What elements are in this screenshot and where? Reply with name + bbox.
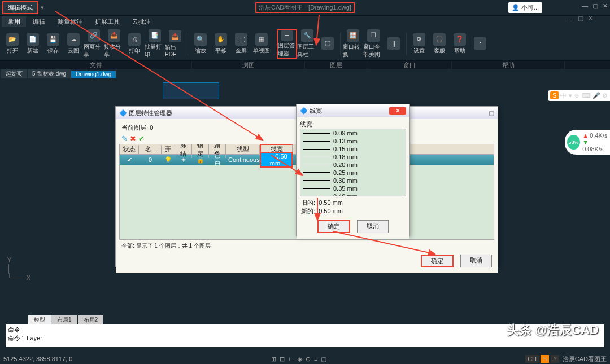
lineweight-option[interactable]: 0.35 mm (300, 185, 406, 192)
lineweight-cell[interactable]: — 0.50 mm (260, 152, 293, 168)
drawing-rectangle[interactable] (163, 82, 219, 99)
ribbon-单视图[interactable]: ▦单视图 (251, 29, 272, 59)
layer-ok-button[interactable]: 确定 (421, 255, 454, 267)
ribbon-网页分享[interactable]: 🔗网页分享 (84, 29, 104, 59)
lineweight-option[interactable]: 0.18 mm (300, 153, 406, 161)
ribbon-窗口转换[interactable]: 🪟窗口转换 (343, 29, 363, 59)
watermark: 头条 @浩辰CAD (507, 322, 599, 339)
status-icon[interactable]: ▢ (321, 356, 326, 363)
status-icon[interactable]: ⊕ (306, 356, 311, 363)
inner-restore-icon[interactable]: ▢ (578, 15, 583, 22)
layer-dialog-close-icon[interactable]: ▢ (489, 109, 494, 117)
lineweight-option[interactable]: 0.13 mm (300, 137, 406, 145)
ribbon-icon: 🔧 (301, 29, 313, 42)
col-on[interactable]: 开 (162, 145, 175, 154)
ribbon-icon: || (387, 37, 400, 50)
user-badge[interactable]: 👤 小可... (508, 2, 542, 13)
inner-close-icon[interactable]: ✕ (588, 15, 593, 22)
ribbon-icon: ❓ (454, 33, 466, 46)
new-layer-icon[interactable]: ✎ (121, 134, 128, 143)
col-name[interactable]: 名.. (139, 145, 162, 154)
col-linetype[interactable]: 线型 (226, 145, 260, 154)
menu-tab[interactable]: 编辑 (27, 16, 51, 27)
ribbon-icon: ❐ (367, 29, 380, 42)
lineweight-option[interactable]: 0.30 mm (300, 177, 406, 185)
delete-layer-icon[interactable]: ✖ (130, 134, 136, 143)
speed-widget[interactable]: 58% ▲ 0.4K/s▼ 0.08K/s (565, 130, 610, 155)
lw-cancel-button[interactable]: 取消 (357, 220, 389, 233)
ribbon-icon: 📑 (149, 29, 161, 42)
ribbon-group-label: 图层 (305, 61, 367, 69)
status-icon[interactable]: ∟ (288, 356, 294, 363)
ribbon-btn[interactable]: || (384, 29, 404, 59)
ribbon-全屏[interactable]: ⛶全屏 (231, 29, 251, 59)
ribbon-客服[interactable]: 🎧客服 (429, 29, 450, 59)
ime-widget[interactable]: S 中 ▾ ☺ ⌨ 🎤 ⚙ (548, 90, 610, 101)
layer-footer: 全部: 显示了 1 个图层，共 1 个图层 (119, 240, 494, 252)
menu-tab[interactable]: 测量标注 (52, 16, 88, 27)
status-icon[interactable]: ≡ (314, 356, 317, 363)
menu-tab[interactable]: 扩展工具 (89, 16, 125, 27)
status-icon[interactable]: ⊡ (280, 356, 285, 363)
ribbon-icon: 🎧 (433, 33, 446, 46)
lineweight-option[interactable]: 0.40 mm (300, 192, 406, 196)
coords: 5125.4322, 3858.8117, 0 (3, 356, 72, 362)
lineweight-option[interactable]: 0.25 mm (300, 169, 406, 177)
ribbon-缩放[interactable]: 🔍缩放 (190, 29, 211, 59)
model-tab[interactable]: 布局1 (51, 315, 77, 324)
ribbon-输出PDF[interactable]: 📤输出PDF (165, 29, 185, 59)
ribbon-设置[interactable]: ⚙设置 (409, 29, 429, 59)
lineweight-option[interactable]: 0.15 mm (300, 145, 406, 153)
ribbon-新建[interactable]: 📄新建 (23, 29, 43, 59)
status-icon[interactable]: ⊞ (271, 356, 276, 363)
ribbon-保存[interactable]: 💾保存 (43, 29, 63, 59)
status-bar: 5125.4322, 3858.8117, 0 ⊞ ⊡ ∟ ◈ ⊕ ≡ ▢ CH… (0, 354, 610, 364)
maximize-icon[interactable]: ▢ (592, 2, 598, 10)
lineweight-dialog: 🔷 线宽 ✕ 线宽: 0.09 mm0.13 mm0.15 mm0.18 mm0… (296, 104, 410, 236)
close-icon[interactable]: ✕ (603, 2, 608, 10)
lw-dialog-title[interactable]: 🔷 线宽 ✕ (297, 104, 409, 117)
model-tab[interactable]: 布局2 (78, 315, 104, 324)
set-current-icon[interactable]: ✔ (138, 134, 145, 143)
lw-label: 线宽: (300, 120, 406, 129)
ribbon-接收分享[interactable]: 📥接收分享 (104, 29, 124, 59)
doc-tab[interactable]: Drawing1.dwg (71, 71, 116, 78)
menu-tab[interactable]: 常用 (2, 16, 26, 27)
ribbon-图层工具栏[interactable]: 🔧图层工具栏 (297, 29, 317, 59)
doc-tab[interactable]: 5-型材表.dwg (28, 69, 71, 78)
lw-ok-button[interactable]: 确定 (317, 220, 350, 233)
ribbon-打开[interactable]: 📂打开 (2, 29, 23, 59)
ribbon-平移[interactable]: ✋平移 (211, 29, 231, 59)
layer-cancel-button[interactable]: 取消 (460, 255, 492, 267)
status-icon[interactable]: ◈ (298, 356, 302, 363)
ribbon-icon: 📤 (169, 30, 181, 42)
edit-mode-badge[interactable]: 编辑模式 (2, 1, 38, 14)
ribbon-帮助[interactable]: ❓帮助 (450, 29, 470, 59)
ribbon-icon: ☁ (67, 33, 80, 46)
ribbon-icon: ▦ (255, 33, 268, 46)
drawing-canvas[interactable]: Y│└── X 🔷 图层特性管理器 ▢ 当前图层: 0 ✎ ✖ ✔ 状态 名..… (0, 79, 610, 316)
ribbon-窗口全部关闭[interactable]: ❐窗口全部关闭 (363, 29, 384, 59)
window-title: 浩辰CAD看图王 - [Drawing1.dwg] (255, 2, 355, 13)
ribbon-icon: 📄 (27, 33, 39, 46)
col-state[interactable]: 状态 (120, 145, 139, 154)
minimize-icon[interactable]: — (582, 2, 588, 10)
lineweight-option[interactable]: 0.09 mm (300, 129, 406, 137)
ribbon-打印[interactable]: 🖨打印 (124, 29, 145, 59)
lw-dialog-close-icon[interactable]: ✕ (389, 107, 406, 115)
doc-tab[interactable]: 起始页 (1, 69, 27, 78)
lineweight-list[interactable]: 0.09 mm0.13 mm0.15 mm0.18 mm0.20 mm0.25 … (300, 129, 406, 196)
ribbon-icon: ⋮ (474, 37, 486, 50)
ribbon-批量打印[interactable]: 📑批量打印 (145, 29, 165, 59)
ribbon-icon: 📥 (108, 29, 120, 42)
ribbon-icon: 🔍 (194, 33, 207, 46)
ribbon-btn[interactable]: ⬚ (317, 29, 338, 59)
ribbon-图层管理器[interactable]: ☰图层管理器 (277, 29, 297, 59)
ribbon-btn[interactable]: ⋮ (470, 29, 490, 59)
lineweight-option[interactable]: 0.20 mm (300, 161, 406, 169)
inner-minimize-icon[interactable]: — (567, 15, 573, 22)
ribbon-云图[interactable]: ☁云图 (63, 29, 84, 59)
document-tabs: 起始页5-型材表.dwgDrawing1.dwg (0, 69, 610, 79)
model-tab[interactable]: 模型 (28, 315, 51, 324)
menu-tab[interactable]: 云批注 (127, 16, 156, 27)
